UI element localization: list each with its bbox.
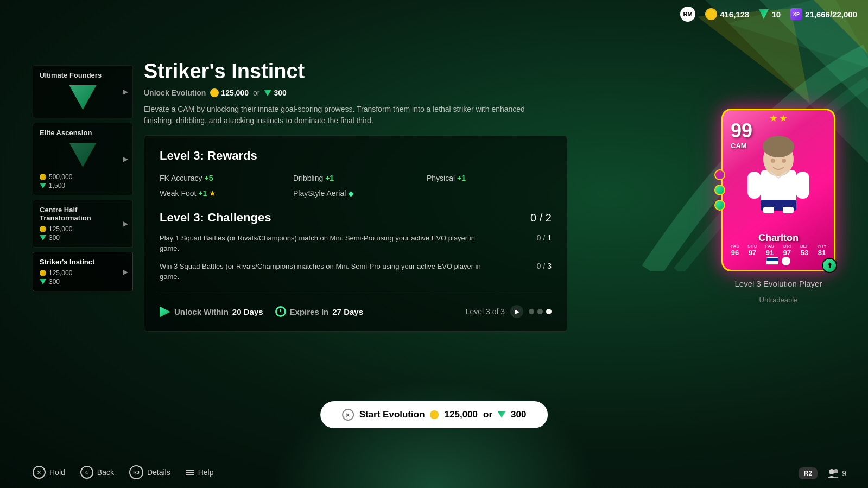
player-card-sublabel: Untradeable [759, 296, 798, 304]
r2-button[interactable]: R2 [799, 467, 818, 479]
nav-details[interactable]: R3 Details [129, 465, 170, 479]
tokens-value: 10 [771, 10, 781, 19]
nav-hold-label: Hold [49, 468, 65, 477]
sidebar-cost-coins-centre: 125,000 [40, 225, 126, 233]
sidebar-tri-icon-2 [40, 183, 46, 188]
friends-count: 9 [842, 469, 846, 478]
evolution-description: Elevate a CAM by unlocking their innate … [144, 104, 535, 126]
reward-physical-label: Physical [427, 174, 457, 182]
sidebar-cost-coins-value-strikers: 125,000 [49, 269, 72, 277]
start-btn-or: or [483, 409, 492, 420]
unlock-tokens-value: 300 [274, 88, 286, 97]
challenge-count-2-max: 3 [547, 262, 552, 270]
sidebar-triangle-icon [69, 85, 97, 110]
nav-back-btn: ○ [80, 466, 93, 479]
nav-hold[interactable]: × Hold [33, 466, 65, 479]
card-side-icon-3 [714, 200, 725, 211]
sidebar-cost-tokens-strikers: 300 [40, 278, 126, 286]
card-player-name: Charlton [758, 232, 799, 244]
card-top-icons [770, 115, 787, 122]
svg-point-8 [771, 159, 775, 163]
level-nav-button[interactable]: ▶ [510, 305, 523, 318]
svg-point-15 [829, 469, 834, 474]
card-stat-def-value: 53 [801, 249, 808, 257]
unlock-evolution-label: Unlock Evolution [144, 88, 206, 97]
card-flag-england [766, 257, 778, 265]
playstyle-diamond-icon: ◆ [348, 189, 354, 198]
unlock-within-item: Unlock Within 20 Days [160, 306, 263, 317]
nav-help[interactable]: Help [186, 468, 214, 477]
club-icon: RM [680, 7, 695, 22]
challenges-header: Level 3: Challenges 0 / 2 [160, 211, 552, 225]
reward-playstyle: PlayStyle Aerial ◆ [293, 189, 418, 198]
unlock-within-label: Unlock Within [174, 307, 229, 316]
token-icon [759, 9, 769, 19]
svg-rect-13 [763, 207, 774, 213]
bottom-nav: × Hold ○ Back R3 Details Help [33, 465, 214, 479]
start-btn-tri-icon [498, 411, 505, 418]
sidebar-cost-coins-strikers: 125,000 [40, 269, 126, 277]
xp-item: XP 21,666/22,000 [790, 8, 857, 20]
rewards-grid: FK Accuracy +5 Dribbling +1 Physical +1 … [160, 174, 552, 198]
sidebar-item-elite-ascension[interactable]: Elite Ascension 500,000 1,500 ▶ [33, 123, 133, 195]
sidebar-item-title-ultimate-founders: Ultimate Founders [40, 71, 126, 79]
reward-weakfoot-star: ★ [209, 189, 216, 198]
friends-svg [827, 468, 839, 478]
nav-back[interactable]: ○ Back [80, 466, 114, 479]
sidebar-chevron-strikers: ▶ [123, 268, 128, 276]
card-stat-pac: PAC 96 [727, 244, 743, 257]
coins-value: 416,128 [720, 10, 749, 19]
reward-playstyle-label: PlayStyle [293, 189, 326, 198]
reward-dribbling-label: Dribbling [293, 174, 325, 182]
level-dot-1 [529, 309, 534, 314]
level-indicator: Level 3 of 3 ▶ [466, 305, 552, 318]
card-player-image [740, 126, 816, 213]
level-dots [529, 309, 552, 314]
sidebar-item-title-strikers-instinct: Striker's Instinct [40, 258, 126, 266]
tokens-item: 10 [759, 9, 781, 19]
card-stat-def-label: DEF [800, 244, 809, 249]
xp-icon: XP [790, 8, 802, 20]
card-stat-pas-label: PAS [765, 244, 774, 249]
club-icon-item: RM [680, 7, 695, 22]
card-side-icons [714, 169, 725, 211]
sidebar-item-ultimate-founders[interactable]: Ultimate Founders ▶ [33, 65, 133, 118]
card-stat-sho-value: 97 [749, 249, 756, 257]
coin-icon [705, 8, 717, 20]
player-card-label: Level 3 Evolution Player [735, 279, 822, 288]
card-stat-phy-label: PHY [818, 244, 826, 249]
sidebar-cost-tokens-value-centre: 300 [49, 234, 60, 242]
expires-in-item: Expires In 27 Days [275, 306, 363, 317]
card-stat-dri-value: 97 [783, 249, 791, 257]
start-evolution-button[interactable]: × Start Evolution 125,000 or 300 [320, 401, 548, 428]
sidebar: Ultimate Founders ▶ Elite Ascension 500,… [33, 65, 133, 291]
sidebar-item-centre-half[interactable]: Centre Half Transformation 125,000 300 ▶ [33, 200, 133, 248]
sidebar-item-title-elite-ascension: Elite Ascension [40, 129, 126, 137]
coins-item: 416,128 [705, 8, 749, 20]
reward-weakfoot-value: +1 [198, 189, 207, 198]
challenge-text-1: Play 1 Squad Battles (or Rivals/Champion… [160, 233, 496, 254]
card-stat-dri-label: DRI [783, 244, 791, 249]
card-side-icon-1 [714, 169, 725, 180]
challenge-count-1-max: 1 [547, 233, 552, 242]
sidebar-diamond-icon [40, 174, 46, 180]
start-btn-label: Start Evolution [359, 409, 425, 420]
sidebar-cost-coins-elite: 500,000 [40, 173, 126, 181]
level-dot-3 [546, 309, 552, 314]
unlock-coins-value: 125,000 [221, 88, 249, 97]
card-side-icon-2 [714, 185, 725, 195]
level-dot-2 [537, 309, 543, 314]
challenge-item-2: Win 3 Squad Battles (or Rivals/Champions… [160, 262, 552, 282]
card-stat-phy-value: 81 [818, 249, 826, 257]
sidebar-item-strikers-instinct[interactable]: Striker's Instinct 125,000 300 ▶ [33, 252, 133, 291]
card-stat-pas-value: 91 [766, 249, 774, 257]
tri-icon-small [264, 90, 271, 96]
card-flag-row [766, 257, 790, 265]
sidebar-cost-tokens-value-elite: 1,500 [49, 182, 65, 189]
expires-in-days: 27 Days [332, 307, 363, 316]
friends-icon: 9 [827, 468, 846, 478]
player-silhouette-svg [743, 129, 814, 213]
sidebar-chevron-centre: ▶ [123, 220, 128, 227]
svg-rect-14 [783, 207, 794, 213]
card-bottom: Unlock Within 20 Days Expires In 27 Days… [160, 295, 552, 318]
